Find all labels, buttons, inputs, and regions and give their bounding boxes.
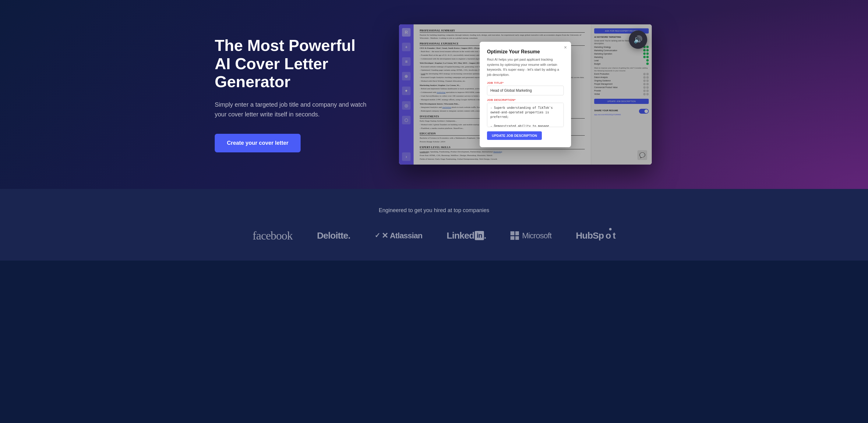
- hubspot-t: t: [613, 231, 616, 241]
- job-title-label: JOB TITLE*: [487, 81, 564, 84]
- linkedin-logo: Linked in .: [447, 231, 486, 241]
- linkedin-logo-text: Linked: [447, 231, 474, 241]
- update-job-description-button[interactable]: UPDATE JOB DESCRIPTION: [487, 131, 542, 140]
- hero-subtitle: Simply enter a targeted job title and co…: [215, 100, 373, 119]
- deloitte-logo: Deloitte.: [317, 231, 350, 241]
- job-title-input[interactable]: [487, 86, 564, 95]
- hubspot-dot-icon: [609, 228, 612, 231]
- hubspot-o-dot: o: [606, 231, 611, 241]
- hero-right: 🔊 R + ≡ ⊕ ✦ ◎ ⬡ › PROFESSIONAL SUMM: [398, 24, 653, 164]
- deloitte-logo-text: Deloitte.: [317, 231, 350, 241]
- microsoft-logo-text: Microsoft: [522, 231, 551, 240]
- hero-left: The Most Powerful AI Cover Letter Genera…: [215, 37, 373, 152]
- linkedin-box: in: [475, 231, 484, 240]
- modal-title: Optimize Your Resume: [487, 49, 564, 55]
- microsoft-grid-icon: [510, 231, 519, 240]
- atlassian-checkmark: ✓: [375, 232, 380, 240]
- hubspot-logo: HubSp o t: [576, 231, 616, 241]
- microsoft-logo: Microsoft: [510, 231, 551, 240]
- hero-title: The Most Powerful AI Cover Letter Genera…: [215, 37, 373, 91]
- facebook-logo-text: facebook: [252, 229, 292, 242]
- resume-mockup: R + ≡ ⊕ ✦ ◎ ⬡ › PROFESSIONAL SUMMARY Pas…: [399, 24, 652, 164]
- modal-description: Rezi AI helps you get past applicant tra…: [487, 57, 564, 77]
- create-cover-letter-button[interactable]: Create your cover letter: [215, 134, 301, 152]
- companies-logos: facebook Deloitte. ✓ ✕ Atlassian Linked …: [12, 229, 856, 242]
- linkedin-dot: .: [484, 231, 486, 241]
- hubspot-logo-text: HubSp: [576, 231, 604, 241]
- audio-button[interactable]: 🔊: [629, 30, 647, 49]
- hero-section: The Most Powerful AI Cover Letter Genera…: [0, 0, 868, 189]
- job-description-textarea[interactable]: - Superb understanding of TikTok's owned…: [487, 103, 564, 127]
- volume-icon: 🔊: [633, 35, 643, 44]
- modal-overlay: × Optimize Your Resume Rezi AI helps you…: [399, 24, 652, 164]
- modal-close-button[interactable]: ×: [564, 45, 567, 50]
- atlassian-name: Atlassian: [390, 231, 423, 240]
- facebook-logo: facebook: [252, 229, 292, 242]
- job-desc-label: JOB DESCRIPTION*: [487, 98, 564, 101]
- companies-tagline: Engineered to get you hired at top compa…: [12, 207, 856, 214]
- optimize-resume-modal: × Optimize Your Resume Rezi AI helps you…: [480, 42, 571, 147]
- companies-section: Engineered to get you hired at top compa…: [0, 189, 868, 261]
- atlassian-logo-text: ✕: [382, 231, 388, 240]
- atlassian-logo: ✓ ✕ Atlassian: [375, 231, 423, 240]
